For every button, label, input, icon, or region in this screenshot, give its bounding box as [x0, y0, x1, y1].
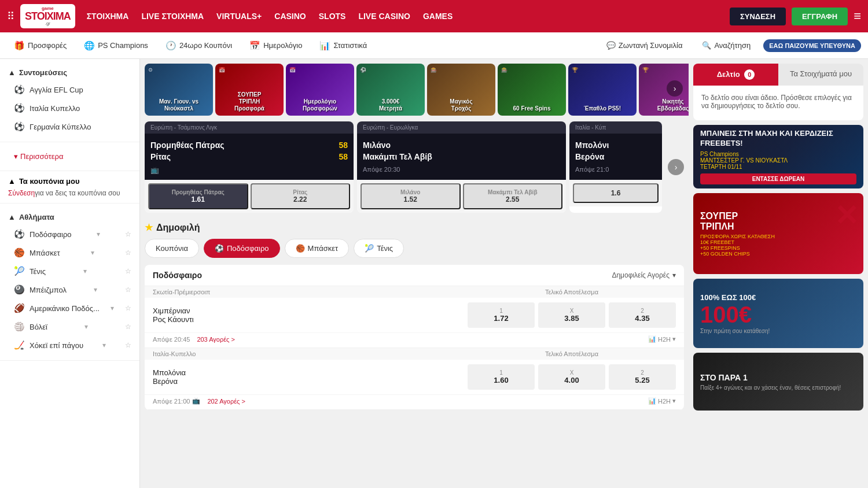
match-2-h2h-button[interactable]: 📊 H2H ▾ — [648, 397, 676, 405]
match-1-h2h-button[interactable]: 📊 H2H ▾ — [648, 335, 676, 343]
tab-coupons[interactable]: Κουπόνια — [145, 239, 199, 258]
live-card-2-time: Απόψε 20:30 — [363, 166, 560, 173]
responsible-label: ΕΑΩ ΠΑΙΖΟΥΜΕ ΥΠΕΥΘΥΝΑ — [769, 42, 855, 49]
betslip-tab-active[interactable]: Δελτίο 0 — [693, 64, 778, 86]
sport-football[interactable]: ⚽ Ποδόσφαιρο ▾ ☆ — [0, 225, 139, 243]
tab-tennis[interactable]: 🎾 Τένις — [354, 239, 404, 258]
match-group-1: Σκωτία-Πρέμιερσοιπ Τελικό Αποτέλεσμα Χιμ… — [145, 286, 684, 348]
shortcut-italy[interactable]: ⚽ Ιταλία Κυπελλο — [0, 99, 139, 117]
live-card-2-body: Μιλάνο Μακάμπι Τελ Αβίβ Απόψε 20:30 — [357, 134, 566, 180]
promo-banner-7[interactable]: 🏆 Έπαθλο PS5! — [568, 64, 637, 116]
sport-basketball[interactable]: 🏀 Μπάσκετ ▾ ☆ — [0, 243, 139, 262]
logo[interactable]: game STOIXIMA .gr — [20, 4, 75, 28]
nav-live[interactable]: LIVE ΣΤΟΙΧΗΜΑ — [141, 12, 204, 21]
responsible-gambling-badge[interactable]: ΕΑΩ ΠΑΙΖΟΥΜΕ ΥΠΕΥΘΥΝΑ — [763, 39, 861, 52]
search-button[interactable]: 🔍 Αναζήτηση — [695, 38, 757, 53]
hamburger-icon[interactable]: ≡ — [854, 9, 861, 24]
sport-baseball[interactable]: 🎱 Μπέιζμπολ ▾ ☆ — [0, 280, 139, 299]
login-button[interactable]: ΣΥΝΔΕΣΗ — [730, 8, 786, 25]
shortcut-germany[interactable]: ⚽ Γερμανία Κύπελλο — [0, 117, 139, 136]
sec-nav-offers[interactable]: 🎁 Προσφορές — [7, 37, 73, 54]
register-button[interactable]: ΕΓΓΡΑΦΗ — [792, 8, 848, 25]
right-promo-1[interactable]: ΜΠΑΙΝΕΙΣ ΣΤΗ ΜΑΧΗ ΚΑΙ ΚΕΡΔΙΖΕΙΣ FREEBETS… — [693, 125, 863, 188]
nav-live-casino[interactable]: LIVE CASINO — [358, 12, 410, 21]
promo-banner-1[interactable]: ⚙ Μαν. Γιουν. vsΝιούκαστλ — [145, 64, 213, 116]
match-1-odd-away[interactable]: 2 4.35 — [609, 302, 676, 328]
betslip-body: Το δελτίο σου είναι άδειο. Πρόσθεσε επιλ… — [693, 86, 863, 120]
popular-markets-button[interactable]: Δημοφιλείς Αγορές ▾ — [612, 271, 676, 279]
banner-1-label: Μαν. Γιουν. vsΝιούκαστλ — [159, 98, 198, 112]
match-1-odds: 1 1.72 Χ 3.85 2 4.35 — [468, 302, 676, 328]
shortcuts-section: ▲ Συντομεύσεις ⚽ Αγγλία EFL Cup ⚽ Ιταλία… — [0, 59, 139, 142]
basketball-sport-icon: 🏀 — [14, 247, 25, 258]
match-1-odd-draw[interactable]: Χ 3.85 — [538, 302, 605, 328]
nav-stoixima[interactable]: ΣΤΟΙΧΗΜΑ — [87, 12, 129, 21]
match-2-odd-away[interactable]: 2 5.25 — [609, 364, 676, 390]
promo-banner-2[interactable]: 📅 ΣΟΥΠΕΡΤΡΙΠΛΗΠροσφορά — [215, 64, 284, 116]
live-odd-1-away[interactable]: Ρίτας 2.22 — [251, 183, 351, 209]
live-odd-3-home[interactable]: 1.6 — [573, 183, 659, 203]
sec-nav-calendar[interactable]: 📅 Ημερολόγιο — [242, 37, 309, 54]
live-cards-next-button[interactable]: › — [668, 159, 684, 175]
tab-tennis-icon: 🎾 — [365, 244, 374, 253]
match-2-odd-home[interactable]: 1 1.60 — [468, 364, 535, 390]
nav-slots[interactable]: SLOTS — [319, 12, 346, 21]
banner-2-label: ΣΟΥΠΕΡΤΡΙΠΛΗΠροσφορά — [234, 91, 264, 112]
match-1-team1: Χιμπέρνιαν — [153, 306, 257, 315]
live-chat-button[interactable]: 💬 Ζωντανή Συνομιλία — [599, 38, 690, 53]
promo-banner-3[interactable]: 📅 ΗμερολόγιοΠροσφορών — [286, 64, 354, 116]
sport-tennis-label: Τένις — [30, 267, 46, 276]
live-card-1-odds: Προμηθέας Πάτρας 1.61 Ρίτας 2.22 — [145, 180, 354, 213]
sports-header[interactable]: ▲ Αθλήματα — [0, 209, 139, 225]
betslip-tab-inactive[interactable]: Τα Στοιχήματά μου — [778, 64, 863, 86]
promo-banner-4[interactable]: ⚽ 3.000€Μετρητά — [356, 64, 425, 116]
match-group-2: Ιταλία-Κυπελλο Τελικό Αποτέλεσμα Μπολόνι… — [145, 348, 684, 410]
sport-volleyball-label: Βόλεϊ — [30, 323, 47, 331]
promo-banner-6[interactable]: 🎰 60 Free Spins — [498, 64, 566, 116]
chevron-down-icon-6: ▾ — [111, 304, 114, 312]
chevron-down-icon-5: ▾ — [94, 286, 97, 294]
tab-football[interactable]: ⚽ Ποδόσφαιρο — [204, 239, 280, 258]
right-promo-3[interactable]: 100% ΕΩΣ 100€ 100€ Στην πρώτη σου κατάθε… — [693, 279, 863, 348]
match-2-markets[interactable]: 202 Αγορές > — [207, 398, 245, 405]
star-outline-icon-6: ☆ — [125, 323, 131, 331]
right-promo-3-title: 100% ΕΩΣ 100€ — [700, 293, 856, 302]
match-table-container-1: Ποδόσφαιρο Δημοφιλείς Αγορές ▾ Σκωτία-Πρ… — [145, 265, 684, 410]
sport-american-football[interactable]: 🏈 Αμερικάνικο Ποδός... ▾ ☆ — [0, 299, 139, 317]
live-odd-1-home[interactable]: Προμηθέας Πάτρας 1.61 — [148, 183, 248, 209]
sport-volleyball[interactable]: 🏐 Βόλεϊ ▾ ☆ — [0, 317, 139, 336]
col-league-2: Ιταλία-Κυπελλο — [153, 350, 257, 357]
right-promo-4-content: ΣΤΟ ΠΑΡΑ 1 Παίξε 4+ αγώνες και αν χάσεις… — [693, 353, 863, 411]
coupon-login-link[interactable]: Σύνδεση — [8, 189, 35, 197]
match-2-odd-draw[interactable]: Χ 4.00 — [538, 364, 605, 390]
search-label: Αναζήτηση — [714, 41, 751, 50]
shortcut-italy-label: Ιταλία Κυπελλο — [30, 104, 80, 113]
match-1-markets[interactable]: 203 Αγορές > — [197, 336, 235, 343]
match-1-odd-home[interactable]: 1 1.72 — [468, 302, 535, 328]
nav-virtuals[interactable]: VIRTUALS+ — [216, 12, 262, 21]
sec-nav-stats[interactable]: 📊 Στατιστικά — [312, 37, 374, 54]
nav-casino[interactable]: CASINO — [274, 12, 306, 21]
more-button[interactable]: ▾ Περισσότερα — [0, 148, 139, 165]
shortcut-england[interactable]: ⚽ Αγγλία EFL Cup — [0, 80, 139, 99]
right-promo-2[interactable]: ΣΟΥΠΕΡΤΡΙΠΛΗ ΠΡΟΣΦΟΡΑ ΧΩΡΙΣ ΚΑΤΑΘΕΣΗ10€ … — [693, 193, 863, 274]
sport-hockey[interactable]: 🏒 Χόκεϊ επί πάγου ▾ ☆ — [0, 336, 139, 354]
banners-next-button[interactable]: › — [667, 80, 683, 97]
right-promo-1-cta[interactable]: ΕΝΤΑΣΣΕ ΔΩΡΕΑΝ — [700, 173, 856, 184]
grid-icon[interactable]: ⠿ — [7, 10, 14, 23]
live-odd-2-away[interactable]: Μακάμπι Τελ Αβίβ 2.55 — [463, 183, 563, 209]
banner-8-label: ΝικητήςΕβδομάδας — [657, 98, 689, 112]
live-odd-2-home[interactable]: Μιλάνο 1.52 — [361, 183, 461, 209]
shortcuts-header[interactable]: ▲ Συντομεύσεις — [0, 65, 139, 80]
sec-nav-ps-champions[interactable]: 🌐 PS Champions — [77, 37, 155, 54]
right-promo-4[interactable]: ΣΤΟ ΠΑΡΑ 1 Παίξε 4+ αγώνες και αν χάσεις… — [693, 353, 863, 411]
baseball-sport-icon: 🎱 — [14, 284, 25, 295]
tab-basketball[interactable]: 🏀 Μπάσκετ — [285, 239, 350, 258]
promo-banner-5[interactable]: 🎰 ΜαγικόςΤροχός — [427, 64, 495, 116]
nav-games[interactable]: GAMES — [423, 12, 453, 21]
live-card-1-score2: 58 — [339, 152, 348, 161]
sport-tennis[interactable]: 🎾 Τένις ▾ ☆ — [0, 262, 139, 280]
sec-nav-coupon[interactable]: 🕐 24ωρο Κουπόνι — [159, 37, 239, 54]
chevron-down-markets-icon: ▾ — [672, 271, 676, 279]
sport-football-label: Ποδόσφαιρο — [30, 230, 72, 239]
